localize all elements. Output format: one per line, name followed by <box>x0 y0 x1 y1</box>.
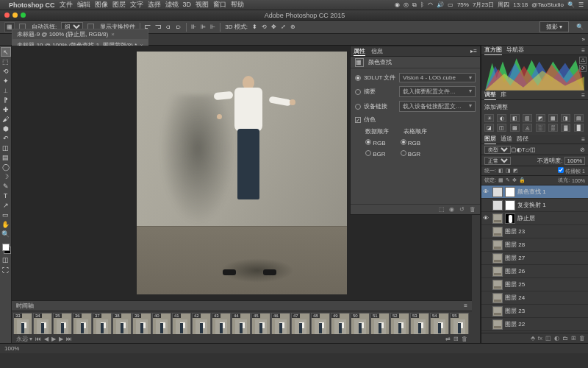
visibility-toggle-icon[interactable]: 👁 <box>483 215 490 222</box>
delete-layer-icon[interactable]: 🗑 <box>579 335 585 342</box>
adjustment-preset-icon[interactable]: ◩ <box>536 114 545 122</box>
layer-name[interactable]: 图层 27 <box>505 254 587 262</box>
unify-icon[interactable]: ◩ <box>513 168 518 174</box>
arrange-icon[interactable]: » <box>582 36 585 43</box>
menu-extra-icon[interactable]: ◉ <box>395 1 400 8</box>
unify-icon[interactable]: ◨ <box>506 168 511 174</box>
user-text[interactable]: @TaoStudio <box>531 1 564 8</box>
layer-name[interactable]: 图层 25 <box>505 280 587 289</box>
lock-icon[interactable]: 🔒 <box>519 177 526 183</box>
link-layers-icon[interactable]: ⬘ <box>531 335 535 342</box>
timeline-frame[interactable]: 430.04▾ <box>212 313 231 334</box>
adjustment-preset-icon[interactable]: ▤ <box>574 114 584 122</box>
layer-thumb[interactable] <box>492 306 503 316</box>
layer-row[interactable]: 图层 26 <box>481 265 588 278</box>
3d-icon[interactable]: ✥ <box>271 24 276 30</box>
adjustment-preset-icon[interactable]: ◨ <box>561 114 570 122</box>
3d-icon[interactable]: ⬍ <box>252 24 257 30</box>
adjustment-preset-icon[interactable]: ◬ <box>523 124 532 132</box>
layer-row[interactable]: 图层 28 <box>481 238 588 252</box>
adjustment-preset-icon[interactable]: ◫ <box>497 124 506 132</box>
timeline-frame[interactable]: 450.04▾ <box>251 313 270 334</box>
zoom-window-button[interactable] <box>21 13 26 18</box>
3d-icon[interactable]: ⊕ <box>290 24 295 30</box>
properties-panel[interactable]: 属性 信息 ▸≡ ▦ 颜色查找 3DLUT 文件 Vision 4 - LOG.… <box>350 46 481 215</box>
convert-timeline-icon[interactable]: ⇄ <box>445 336 451 342</box>
last-frame-icon[interactable]: ⏭ <box>66 336 72 342</box>
delete-frame-icon[interactable]: 🗑 <box>462 336 467 342</box>
minimize-window-button[interactable] <box>12 13 18 18</box>
menu-item[interactable]: 选择 <box>148 1 161 8</box>
adjustment-preset-icon[interactable]: ◪ <box>484 124 494 132</box>
layer-row[interactable]: 图层 23 <box>481 305 588 318</box>
adjustment-preset-icon[interactable]: ▩ <box>510 124 520 132</box>
marquee-tool[interactable]: ⬚ <box>1 57 11 66</box>
layer-row[interactable]: 图层 23 <box>481 225 588 238</box>
adjustment-preset-icon[interactable]: █ <box>574 124 584 132</box>
first-frame-icon[interactable]: ⏮ <box>35 336 41 342</box>
bluetooth-icon[interactable]: ᛒ <box>420 1 424 8</box>
zoom-tool[interactable]: 🔍 <box>1 229 11 238</box>
date-text[interactable]: 7月23日 <box>473 1 494 9</box>
menu-extra-icon[interactable]: ◎ <box>404 1 409 8</box>
pen-tool[interactable]: ✎ <box>1 181 11 191</box>
timeline-frame[interactable]: 420.04▾ <box>192 313 211 334</box>
document-tab[interactable]: 未标题-9 @ 100% (静止层, RGB/8)× <box>12 29 148 40</box>
app-menu-name[interactable]: Photoshop CC <box>9 1 55 9</box>
new-layer-icon[interactable]: ⊞ <box>571 335 576 342</box>
layer-row[interactable]: 图层 25 <box>481 278 588 291</box>
shape-tool[interactable]: ▭ <box>1 210 11 219</box>
opacity-field[interactable]: 100% <box>564 157 585 165</box>
timeline-frame[interactable]: 480.04▾ <box>311 313 330 334</box>
align-icon[interactable]: ⫏ <box>165 24 171 30</box>
histogram-refresh-icon[interactable]: ⟳ <box>579 65 587 72</box>
loop-dropdown[interactable]: 永远 ▾ <box>16 335 32 343</box>
document-canvas[interactable] <box>137 52 347 294</box>
path-tool[interactable]: ↗ <box>1 200 11 210</box>
layer-fx-icon[interactable]: fx <box>538 335 542 342</box>
zoom-level[interactable]: 100% <box>4 345 19 352</box>
layer-row[interactable]: 👁颜色查找 1 <box>481 185 588 199</box>
clip-icon[interactable]: ⬚ <box>439 206 446 213</box>
notification-icon[interactable]: ☰ <box>578 1 584 8</box>
layer-row[interactable]: 图层 27 <box>481 252 588 265</box>
libraries-tab[interactable]: 库 <box>501 91 506 99</box>
screenmode-icon[interactable]: ⛶ <box>1 265 11 275</box>
data-bgr-radio[interactable] <box>365 150 371 156</box>
prev-frame-icon[interactable]: ◀ <box>44 336 49 342</box>
layer-row[interactable]: 图层 24 <box>481 291 588 305</box>
type-tool[interactable]: T <box>1 191 11 200</box>
layer-thumb[interactable] <box>492 266 503 277</box>
adjustment-preset-icon[interactable]: ☀ <box>484 114 494 122</box>
adjustment-preset-icon[interactable]: ▒ <box>548 124 558 132</box>
layer-row[interactable]: 👁静止层 <box>481 212 588 225</box>
layer-thumb[interactable] <box>492 187 503 197</box>
eraser-tool[interactable]: ◫ <box>1 143 11 152</box>
timeline-frame[interactable]: 410.04▾ <box>172 313 191 334</box>
timeline-frame[interactable]: 490.04▾ <box>331 313 350 334</box>
timeline-frame[interactable]: 500.04▾ <box>351 313 370 334</box>
layer-thumb[interactable] <box>492 280 503 290</box>
play-icon[interactable]: ▶ <box>51 336 56 342</box>
filter-toggle[interactable]: ⊘ <box>580 146 585 153</box>
histogram-warning-icon[interactable]: ⚠ <box>579 57 587 64</box>
timeline-frame[interactable]: 470.04▾ <box>291 313 310 334</box>
3d-icon[interactable]: ⟲ <box>262 24 267 30</box>
histogram-tab[interactable]: 直方图 <box>484 46 502 55</box>
fill-field[interactable]: 100% <box>572 178 585 183</box>
timeline-frame[interactable]: 350.04▾ <box>53 313 72 334</box>
layer-thumb[interactable] <box>492 319 503 330</box>
layer-mask-thumb[interactable] <box>505 200 515 210</box>
search-icon[interactable]: 🔍 <box>576 24 584 30</box>
heal-tool[interactable]: ✚ <box>1 105 11 114</box>
filter-icon[interactable]: ▢ <box>511 146 517 153</box>
filter-icon[interactable]: ◫ <box>530 146 536 153</box>
timeline-frame[interactable]: 390.04▾ <box>132 313 151 334</box>
adjustment-preset-icon[interactable]: ▥ <box>523 114 532 122</box>
lock-icon[interactable]: ✥ <box>512 177 517 183</box>
timeline-frame[interactable]: 370.04▾ <box>93 313 112 334</box>
layer-name[interactable]: 图层 28 <box>505 241 587 249</box>
volume-icon[interactable]: 🔊 <box>437 1 444 8</box>
3d-icon[interactable]: ⤢ <box>281 24 286 30</box>
wifi-icon[interactable]: ◠ <box>428 1 433 8</box>
